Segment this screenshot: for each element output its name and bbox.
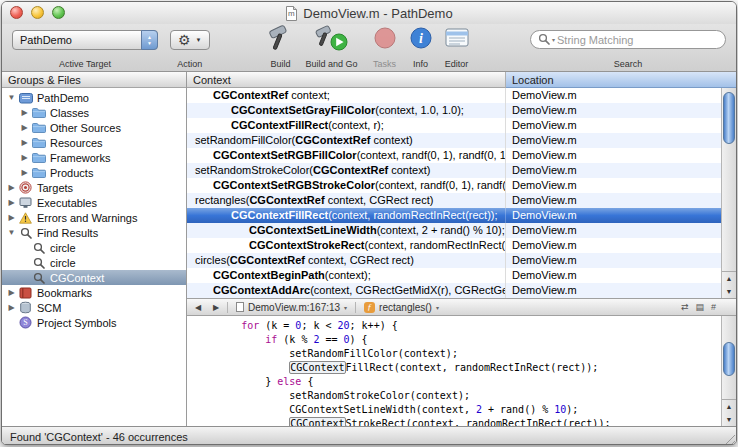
file-popup-caret-icon: ▾ [344,304,347,311]
sidebar-item-find-results[interactable]: ▼Find Results [2,225,186,240]
column-header-location[interactable]: Location [506,72,736,88]
scroll-up-button[interactable]: ▲ [722,400,736,413]
code-line: setRandomStrokeColor(context); [193,389,721,403]
magnifier-icon [30,242,47,254]
go-forward-button[interactable]: ▶ [209,303,223,312]
scroll-down-button[interactable]: ▼ [722,285,736,298]
result-row[interactable]: CGContextStrokeRect(context, randomRectI… [187,238,721,253]
sidebar-header[interactable]: Groups & Files [2,72,186,88]
sidebar-item-products[interactable]: ▶Products [2,165,186,180]
editor-button[interactable] [444,26,470,54]
sidebar-item-resources[interactable]: ▶Resources [2,135,186,150]
navbar-right-icons: ⇄ ▤ # [681,302,732,312]
sidebar-item-executables[interactable]: ▶Executables [2,195,186,210]
sidebar-header-label: Groups & Files [8,74,81,86]
result-row[interactable]: CGContextSetLineWidth(context, 2 + rand(… [187,223,721,238]
action-button[interactable]: ⚙ ▼ [170,30,210,50]
search-input[interactable] [557,34,718,46]
sidebar-item-frameworks[interactable]: ▶Frameworks [2,150,186,165]
sidebar-item-targets[interactable]: ▶Targets [2,180,186,195]
sidebar-item-project-symbols[interactable]: SProject Symbols [2,315,186,330]
disclosure-triangle-icon[interactable]: ▶ [6,213,17,222]
disclosure-triangle-icon[interactable]: ▶ [6,303,17,312]
sidebar-list: ▼PathDemo▶Classes▶Other Sources▶Resource… [2,88,186,426]
window-title: DemoView.m - PathDemo [303,6,452,21]
editor-icon [444,25,470,55]
results-scrollbar[interactable]: ▲ ▼ [721,88,736,298]
sidebar-item-other-sources[interactable]: ▶Other Sources [2,120,186,135]
minimize-button[interactable] [31,6,44,19]
source-editor: for (k = 0; k < 20; k++) { if (k % 2 == … [187,316,736,426]
sidebar-item-circle[interactable]: circle [2,255,186,270]
disclosure-triangle-icon[interactable]: ▼ [6,93,17,102]
sidebar-item-classes[interactable]: ▶Classes [2,105,186,120]
titlebar[interactable]: m DemoView.m - PathDemo [2,2,736,24]
disclosure-triangle-icon[interactable]: ▶ [6,198,17,207]
build-button[interactable] [266,26,296,54]
function-popup[interactable]: ƒ rectangles() ▾ [360,302,443,313]
bookmarks-icon[interactable]: ▤ [695,302,704,312]
results-scrollbar-thumb[interactable] [723,92,735,144]
disclosure-triangle-icon[interactable]: ▼ [6,228,17,237]
result-row[interactable]: CGContextBeginPath(context);DemoView.m [187,268,721,283]
close-button[interactable] [10,6,23,19]
results-scrollbar-arrows: ▲ ▼ [722,271,736,298]
editor-scrollbar[interactable]: ▲ ▼ [721,316,736,426]
navbar-separator [355,302,356,313]
result-row[interactable]: CGContextRef context;DemoView.m [187,88,721,103]
sidebar-item-circle[interactable]: circle [2,240,186,255]
result-row[interactable]: CGContextFillRect(context, r);DemoView.m [187,118,721,133]
scroll-up-button[interactable]: ▲ [722,272,736,285]
result-row[interactable]: rectangles(CGContextRef context, CGRect … [187,193,721,208]
scroll-down-button[interactable]: ▼ [722,413,736,426]
sidebar-item-label: Find Results [37,227,98,239]
go-back-button[interactable]: ◀ [191,303,205,312]
results-column-headers: Context Location [187,72,736,88]
search-field[interactable]: ▾ [530,30,726,49]
target-icon [17,181,34,194]
sidebar-item-bookmarks[interactable]: ▶Bookmarks [2,285,186,300]
disclosure-triangle-icon[interactable]: ▶ [19,153,30,162]
toolbar: PathDemo ▲▼ Active Target ⚙ ▼ Action Bui… [2,24,736,72]
result-row[interactable]: CGContextSetRGBFillColor(context, randf(… [187,148,721,163]
result-row[interactable]: CGContextAddArc(context, CGRectGetMidX(r… [187,283,721,298]
editor-navigation-bar: ◀ ▶ DemoView.m:167:13 ▾ ƒ rectangles() ▾… [187,298,736,316]
info-button[interactable]: i [410,26,432,54]
sidebar-item-pathdemo[interactable]: ▼PathDemo [2,90,186,105]
result-row[interactable]: CGContextSetRGBStrokeColor(context, rand… [187,178,721,193]
toolbar-label-build-and-go: Build and Go [306,59,358,70]
disclosure-triangle-icon[interactable]: ▶ [19,123,30,132]
column-header-context[interactable]: Context [187,72,506,88]
disclosure-triangle-icon[interactable]: ▶ [6,183,17,192]
sidebar-item-cgcontext[interactable]: CGContext [2,270,186,285]
resize-grip[interactable] [722,432,735,445]
result-row[interactable]: setRandomStrokeColor(CGContextRef contex… [187,163,721,178]
search-menu-caret-icon[interactable]: ▾ [552,36,555,43]
status-bar: Found 'CGContext' - 46 occurrences [2,426,736,445]
build-and-go-button[interactable] [314,26,350,54]
sidebar-item-scm[interactable]: ▶SCM [2,300,186,315]
symbols-icon: S [17,316,34,329]
file-history-popup[interactable]: DemoView.m:167:13 ▾ [232,302,351,313]
hammer-icon [266,25,296,56]
result-row[interactable]: CGContextSetGrayFillColor(context, 1.0, … [187,103,721,118]
line-number-icon[interactable]: # [711,302,716,312]
result-location: DemoView.m [506,118,721,133]
sidebar-item-label: Project Symbols [37,317,116,329]
active-target-popup[interactable]: PathDemo ▲▼ [12,30,158,50]
code-area[interactable]: for (k = 0; k < 20; k++) { if (k % 2 == … [187,316,721,426]
counterpart-icon[interactable]: ⇄ [681,302,689,312]
sidebar-item-errors-and-warnings[interactable]: ▶Errors and Warnings [2,210,186,225]
disclosure-triangle-icon[interactable]: ▶ [19,168,30,177]
code-line: } else { [193,375,721,389]
result-context: CGContextAddArc(context, CGRectGetMidX(r… [187,283,506,298]
result-row[interactable]: setRandomFillColor(CGContextRef context)… [187,133,721,148]
sidebar-item-label: Frameworks [50,152,111,164]
disclosure-triangle-icon[interactable]: ▶ [19,138,30,147]
editor-scrollbar-thumb[interactable] [723,342,735,376]
zoom-button[interactable] [52,6,65,19]
result-row[interactable]: circles(CGContextRef context, CGRect rec… [187,253,721,268]
disclosure-triangle-icon[interactable]: ▶ [6,288,17,297]
result-row[interactable]: CGContextFillRect(context, randomRectInR… [187,208,721,223]
disclosure-triangle-icon[interactable]: ▶ [19,108,30,117]
